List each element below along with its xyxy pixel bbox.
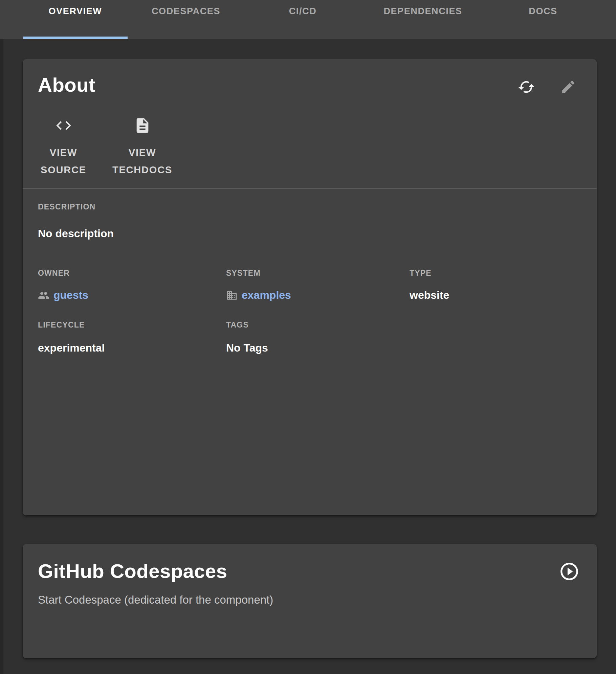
edit-icon: [560, 79, 576, 95]
codespaces-card-title: GitHub Codespaces: [38, 560, 227, 583]
lifecycle-value: experimental: [38, 342, 105, 354]
tab-codespaces[interactable]: CODESPACES: [128, 0, 244, 39]
about-card-divider: [23, 188, 597, 189]
tab-ci-cd[interactable]: CI/CD: [244, 0, 361, 39]
description-label: DESCRIPTION: [38, 202, 95, 211]
tab-dependencies[interactable]: DEPENDENCIES: [361, 0, 485, 39]
system-link-examples[interactable]: examples: [226, 289, 291, 301]
view-source-label: VIEW SOURCE: [32, 144, 95, 179]
docs-icon: [134, 117, 151, 135]
view-techdocs-button[interactable]: VIEW TECHDOCS: [109, 117, 175, 179]
domain-icon: [226, 290, 238, 301]
entity-tab-bar: OVERVIEW CODESPACES CI/CD DEPENDENCIES D…: [0, 0, 616, 39]
type-value: website: [410, 289, 449, 301]
lifecycle-label: LIFECYCLE: [38, 320, 85, 330]
codespaces-card-subtitle: Start Codespace (dedicated for the compo…: [38, 593, 273, 606]
play-circle-icon: [559, 561, 580, 582]
tab-docs[interactable]: DOCS: [485, 0, 601, 39]
github-codespaces-card: GitHub Codespaces Start Codespace (dedic…: [23, 544, 597, 658]
refresh-button[interactable]: [518, 78, 535, 96]
about-card: About VIEW SOURCE VIEW TECHDOCS DESCRIPT…: [23, 59, 597, 515]
active-tab-indicator: [23, 37, 128, 39]
view-source-button[interactable]: VIEW SOURCE: [32, 117, 95, 179]
description-value: No description: [38, 227, 114, 240]
refresh-icon: [518, 78, 535, 96]
tab-overview[interactable]: OVERVIEW: [23, 0, 128, 39]
system-value: examples: [226, 289, 291, 301]
type-label: TYPE: [410, 269, 432, 278]
system-link-label: examples: [242, 289, 291, 301]
system-label: SYSTEM: [226, 269, 261, 278]
about-card-title: About: [38, 73, 95, 96]
owner-link-guests[interactable]: guests: [38, 289, 88, 301]
start-codespace-button[interactable]: [559, 561, 580, 582]
people-icon: [38, 290, 49, 301]
tab-list: OVERVIEW CODESPACES CI/CD DEPENDENCIES D…: [0, 0, 616, 39]
owner-label: OWNER: [38, 269, 70, 278]
view-techdocs-label: VIEW TECHDOCS: [109, 144, 175, 179]
tags-value: No Tags: [226, 342, 268, 354]
owner-value: guests: [38, 289, 88, 301]
owner-link-label: guests: [53, 289, 88, 301]
page-left-edge: [0, 39, 3, 674]
edit-button[interactable]: [560, 79, 576, 95]
tags-label: TAGS: [226, 320, 249, 330]
code-icon: [55, 117, 72, 135]
